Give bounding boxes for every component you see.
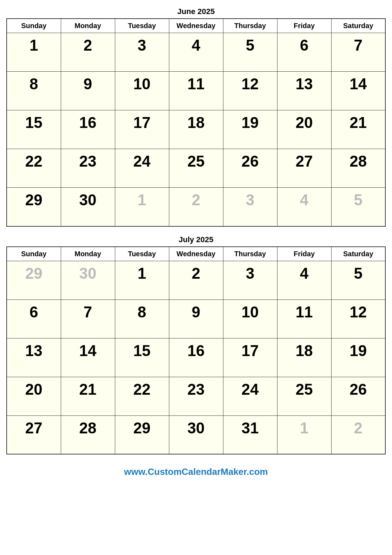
list-item: 17: [223, 338, 277, 377]
list-item: 25: [277, 377, 331, 415]
july-header-monday: Monday: [61, 247, 115, 261]
table-row: 20212223242526: [7, 377, 385, 415]
list-item: 21: [331, 110, 385, 149]
list-item: 10: [223, 299, 277, 338]
list-item: 2: [61, 33, 115, 72]
list-item: 1: [115, 261, 169, 299]
july-header-row: Sunday Monday Tuesday Wednesday Thursday…: [7, 247, 385, 261]
list-item: 1: [277, 415, 331, 454]
july-header-thursday: Thursday: [223, 247, 277, 261]
list-item: 28: [61, 415, 115, 454]
list-item: 2: [331, 415, 385, 454]
list-item: 22: [115, 377, 169, 415]
list-item: 5: [223, 33, 277, 72]
july-header-saturday: Saturday: [331, 247, 385, 261]
list-item: 3: [115, 33, 169, 72]
list-item: 10: [115, 72, 169, 110]
table-row: 1234567: [7, 33, 385, 72]
list-item: 23: [61, 149, 115, 188]
list-item: 14: [61, 338, 115, 377]
july-header-friday: Friday: [277, 247, 331, 261]
list-item: 2: [169, 188, 223, 226]
list-item: 3: [223, 188, 277, 226]
july-calendar: July 2025 Sunday Monday Tuesday Wednesda…: [6, 235, 386, 455]
list-item: 26: [223, 149, 277, 188]
june-header-monday: Monday: [61, 19, 115, 33]
list-item: 11: [169, 72, 223, 110]
list-item: 5: [331, 188, 385, 226]
table-row: 272829303112: [7, 415, 385, 454]
list-item: 19: [331, 338, 385, 377]
footer-link[interactable]: www.CustomCalendarMaker.com: [124, 466, 268, 477]
list-item: 14: [331, 72, 385, 110]
list-item: 25: [169, 149, 223, 188]
list-item: 24: [115, 149, 169, 188]
list-item: 4: [277, 261, 331, 299]
list-item: 8: [7, 72, 61, 110]
list-item: 6: [7, 299, 61, 338]
list-item: 1: [115, 188, 169, 226]
june-table: Sunday Monday Tuesday Wednesday Thursday…: [6, 18, 386, 227]
june-header-row: Sunday Monday Tuesday Wednesday Thursday…: [7, 19, 385, 33]
list-item: 30: [61, 188, 115, 226]
list-item: 13: [277, 72, 331, 110]
table-row: 293012345: [7, 261, 385, 299]
list-item: 9: [169, 299, 223, 338]
list-item: 22: [7, 149, 61, 188]
june-calendar: June 2025 Sunday Monday Tuesday Wednesda…: [6, 7, 386, 227]
june-title: June 2025: [6, 7, 386, 16]
list-item: 16: [169, 338, 223, 377]
list-item: 4: [277, 188, 331, 226]
list-item: 13: [7, 338, 61, 377]
july-header-sunday: Sunday: [7, 247, 61, 261]
list-item: 11: [277, 299, 331, 338]
june-header-friday: Friday: [277, 19, 331, 33]
list-item: 6: [277, 33, 331, 72]
list-item: 12: [331, 299, 385, 338]
list-item: 15: [7, 110, 61, 149]
list-item: 7: [61, 299, 115, 338]
list-item: 3: [223, 261, 277, 299]
list-item: 18: [277, 338, 331, 377]
list-item: 7: [331, 33, 385, 72]
list-item: 27: [277, 149, 331, 188]
list-item: 20: [277, 110, 331, 149]
list-item: 24: [223, 377, 277, 415]
june-header-tuesday: Tuesday: [115, 19, 169, 33]
june-header-wednesday: Wednesday: [169, 19, 223, 33]
list-item: 2: [169, 261, 223, 299]
list-item: 31: [223, 415, 277, 454]
july-title: July 2025: [6, 235, 386, 244]
july-header-tuesday: Tuesday: [115, 247, 169, 261]
list-item: 20: [7, 377, 61, 415]
list-item: 18: [169, 110, 223, 149]
list-item: 29: [115, 415, 169, 454]
list-item: 27: [7, 415, 61, 454]
table-row: 293012345: [7, 188, 385, 226]
table-row: 891011121314: [7, 72, 385, 110]
list-item: 4: [169, 33, 223, 72]
list-item: 12: [223, 72, 277, 110]
june-header-thursday: Thursday: [223, 19, 277, 33]
list-item: 1: [7, 33, 61, 72]
july-table: Sunday Monday Tuesday Wednesday Thursday…: [6, 246, 386, 455]
list-item: 15: [115, 338, 169, 377]
june-header-sunday: Sunday: [7, 19, 61, 33]
list-item: 16: [61, 110, 115, 149]
list-item: 26: [331, 377, 385, 415]
table-row: 22232425262728: [7, 149, 385, 188]
list-item: 8: [115, 299, 169, 338]
list-item: 21: [61, 377, 115, 415]
list-item: 5: [331, 261, 385, 299]
table-row: 13141516171819: [7, 338, 385, 377]
july-header-wednesday: Wednesday: [169, 247, 223, 261]
list-item: 17: [115, 110, 169, 149]
table-row: 15161718192021: [7, 110, 385, 149]
list-item: 23: [169, 377, 223, 415]
list-item: 28: [331, 149, 385, 188]
list-item: 29: [7, 261, 61, 299]
june-header-saturday: Saturday: [331, 19, 385, 33]
list-item: 29: [7, 188, 61, 226]
table-row: 6789101112: [7, 299, 385, 338]
list-item: 30: [61, 261, 115, 299]
